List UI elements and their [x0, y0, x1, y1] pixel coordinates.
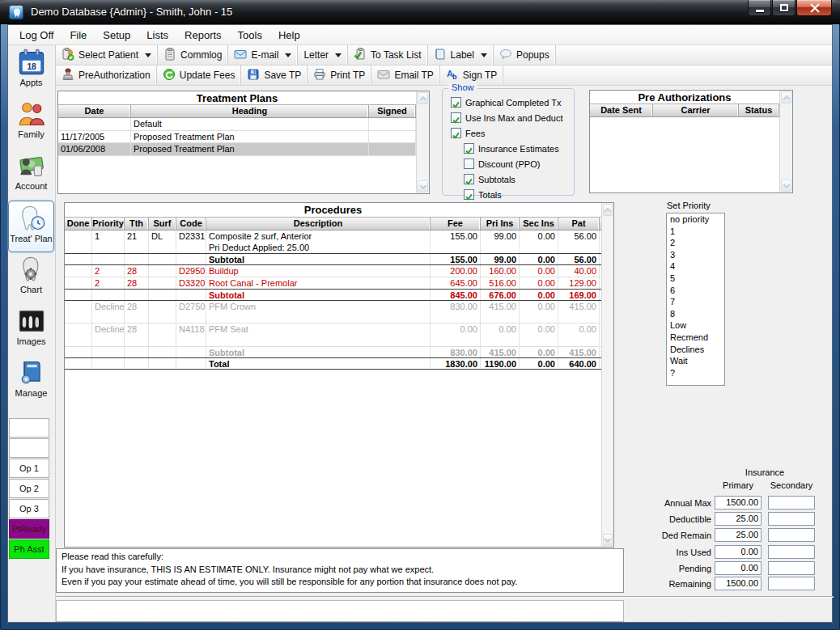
column-header-priority[interactable]: Priority: [92, 218, 125, 230]
toolbar-button-email-tp[interactable]: Email TP: [371, 66, 439, 85]
column-header-sec-ins[interactable]: Sec Ins: [520, 218, 558, 230]
checkbox-insurance-estimates[interactable]: Insurance Estimates: [464, 141, 574, 156]
insurance-primary-field-ded-remain[interactable]: 25.00: [715, 528, 762, 542]
column-header-date[interactable]: Date: [58, 105, 131, 117]
priority-option-3[interactable]: 3: [667, 249, 724, 261]
insurance-secondary-field-pending[interactable]: [768, 561, 815, 575]
checkbox-box[interactable]: [451, 128, 461, 138]
menu-item-log-off[interactable]: Log Off: [11, 25, 62, 45]
treatment-plan-row[interactable]: 01/06/2008Proposed Treatment Plan: [58, 143, 416, 156]
priority-option-declines[interactable]: Declines: [667, 344, 724, 356]
procedure-row[interactable]: Declines28N4118PFM Seat0.000.000.000.00: [65, 323, 601, 347]
chevron-down-icon[interactable]: [145, 53, 151, 57]
checkbox-box[interactable]: [464, 159, 474, 169]
sidebar-module-images[interactable]: Images: [8, 304, 54, 356]
column-header-surf[interactable]: Surf: [149, 218, 176, 230]
checkbox-box[interactable]: [464, 174, 474, 184]
column-header-heading[interactable]: Heading: [131, 105, 369, 117]
treatment-plan-row[interactable]: 11/17/2005Proposed Treatment Plan: [58, 131, 416, 144]
priority-option-wait[interactable]: Wait: [667, 355, 724, 367]
insurance-secondary-field-remaining[interactable]: [768, 577, 815, 590]
checkbox-box[interactable]: [464, 189, 474, 200]
toolbar-button-preauthorization[interactable]: PreAuthorization: [56, 66, 157, 85]
priority-option-low[interactable]: Low: [667, 319, 724, 332]
priority-option-8[interactable]: 8: [667, 308, 724, 320]
priority-option-4[interactable]: 4: [667, 260, 724, 273]
column-header-status[interactable]: Status: [739, 104, 779, 116]
sidebar-module-manage[interactable]: Manage: [8, 356, 54, 408]
chevron-down-icon[interactable]: [285, 53, 291, 57]
vertical-scrollbar[interactable]: [416, 91, 429, 193]
priority-option-5[interactable]: 5: [667, 273, 724, 285]
vertical-scrollbar[interactable]: [779, 91, 792, 192]
insurance-secondary-field-ins-used[interactable]: [768, 545, 815, 559]
minimize-button[interactable]: [748, 0, 771, 16]
vertical-scrollbar[interactable]: [601, 203, 613, 547]
scroll-down-button[interactable]: [603, 534, 613, 546]
toolbar-button-save-tp[interactable]: Save TP: [241, 66, 308, 85]
column-header-date-sent[interactable]: Date Sent: [590, 104, 653, 116]
checkbox-box[interactable]: [451, 97, 461, 108]
priority-option-2[interactable]: 2: [667, 237, 724, 249]
sidebar-module-account[interactable]: Account: [8, 149, 54, 201]
column-header-pri-ins[interactable]: Pri Ins: [481, 218, 520, 230]
toolbar-button-select-patient[interactable]: Select Patient: [56, 45, 158, 65]
priority-option-recmend[interactable]: Recmend: [667, 332, 724, 344]
priority-option-7[interactable]: 7: [667, 296, 724, 308]
column-header-done[interactable]: Done: [65, 218, 92, 230]
insurance-primary-field-ins-used[interactable]: 0.00: [715, 545, 762, 559]
menu-item-help[interactable]: Help: [270, 25, 308, 45]
column-header-description[interactable]: Description: [206, 218, 431, 230]
column-header-code[interactable]: Code: [176, 218, 206, 230]
sidebar-module-treat-plan[interactable]: Treat' Plan: [8, 201, 54, 252]
treatment-plan-row[interactable]: Default: [58, 118, 416, 131]
op-button-op-2[interactable]: Op 2: [9, 479, 49, 498]
priority-option-no-priority[interactable]: no priority: [667, 214, 724, 226]
maximize-button[interactable]: [772, 0, 795, 16]
insurance-primary-field-remaining[interactable]: 1500.00: [715, 577, 762, 590]
toolbar-button-to-task-list[interactable]: To Task List: [348, 45, 427, 65]
column-header-pat[interactable]: Pat: [558, 218, 600, 230]
op-button-op-1[interactable]: Op 1: [9, 459, 49, 478]
checkbox-box[interactable]: [464, 143, 474, 154]
sidebar-module-chart[interactable]: Chart: [8, 252, 54, 304]
insurance-secondary-field-ded-remain[interactable]: [768, 528, 815, 542]
scroll-up-button[interactable]: [418, 92, 428, 104]
menu-item-reports[interactable]: Reports: [176, 25, 230, 45]
scroll-down-button[interactable]: [418, 180, 428, 192]
toolbar-button-popups[interactable]: Popups: [494, 45, 556, 65]
op-button-ptready[interactable]: PtReady: [9, 519, 49, 539]
toolbar-button-letter[interactable]: Letter: [298, 45, 348, 65]
checkbox-use-ins-max-and-deduct[interactable]: Use Ins Max and Deduct: [451, 110, 574, 125]
priority-option--[interactable]: ?: [667, 367, 724, 379]
menu-item-setup[interactable]: Setup: [95, 25, 138, 45]
set-priority-listbox[interactable]: no priority12345678LowRecmendDeclinesWai…: [666, 213, 725, 386]
toolbar-button-print-tp[interactable]: Print TP: [308, 66, 371, 85]
menu-item-file[interactable]: File: [62, 25, 95, 45]
chevron-down-icon[interactable]: [335, 53, 342, 57]
column-header-fee[interactable]: Fee: [431, 218, 481, 230]
priority-option-6[interactable]: 6: [667, 285, 724, 297]
insurance-primary-field-pending[interactable]: 0.00: [715, 561, 762, 575]
scroll-up-button[interactable]: [781, 91, 791, 104]
checkbox-subtotals[interactable]: Subtotals: [464, 171, 574, 187]
checkbox-graphical-completed-tx[interactable]: Graphical Completed Tx: [451, 95, 574, 110]
chevron-down-icon[interactable]: [481, 53, 487, 57]
scroll-up-button[interactable]: [603, 204, 613, 216]
procedure-row[interactable]: 228D3320Root Canal - Premolar645.00516.0…: [65, 277, 601, 290]
insurance-secondary-field-deductible[interactable]: [768, 512, 815, 526]
checkbox-box[interactable]: [451, 112, 461, 123]
column-header-carrier[interactable]: Carrier: [653, 104, 739, 116]
sidebar-module-family[interactable]: Family: [8, 97, 54, 149]
column-header-signed[interactable]: Signed: [369, 105, 416, 117]
sidebar-module-appts[interactable]: 18Appts: [8, 45, 54, 97]
insurance-primary-field-deductible[interactable]: 25.00: [715, 512, 762, 526]
procedure-row[interactable]: 228D2950Buildup200.00160.000.0040.00: [65, 265, 601, 277]
procedure-row[interactable]: 121DLD2331Composite 2 surf, AnteriorPri …: [65, 230, 601, 254]
insurance-primary-field-annual-max[interactable]: 1500.00: [715, 496, 762, 509]
scroll-down-button[interactable]: [781, 180, 791, 192]
toolbar-button-update-fees[interactable]: Update Fees: [157, 66, 242, 85]
op-button-blank-1[interactable]: [9, 438, 49, 458]
menu-item-tools[interactable]: Tools: [230, 25, 270, 45]
toolbar-button-e-mail[interactable]: E-mail: [228, 45, 298, 65]
